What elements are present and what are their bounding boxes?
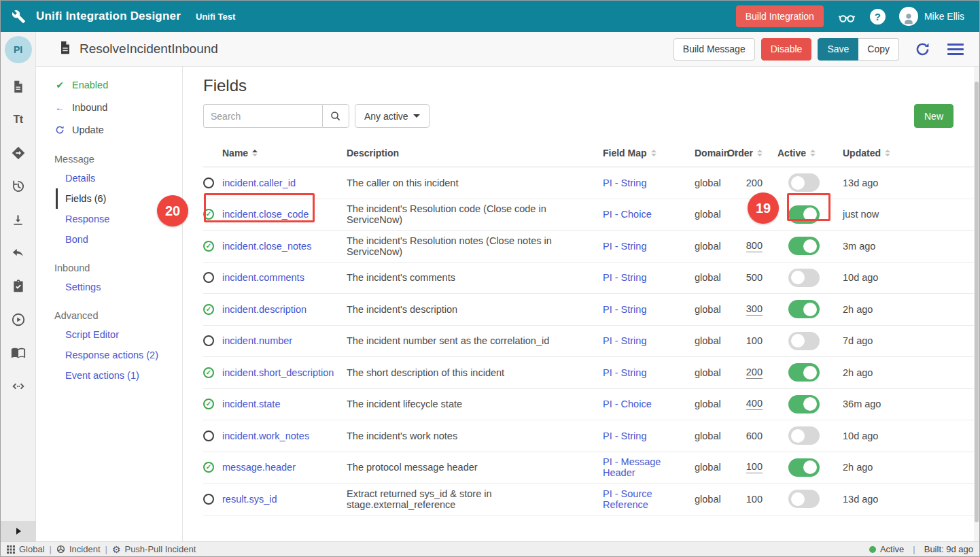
task-check-icon[interactable]: [10, 278, 27, 294]
field-name-link[interactable]: message.header: [222, 462, 296, 473]
field-description: The incident's comments: [347, 272, 603, 283]
field-order[interactable]: 800: [746, 240, 763, 252]
field-map-link[interactable]: PI - String: [603, 431, 646, 441]
field-order[interactable]: 400: [746, 398, 763, 410]
build-message-button[interactable]: Build Message: [673, 38, 755, 61]
field-order[interactable]: 200: [746, 367, 763, 379]
active-toggle[interactable]: [788, 237, 820, 255]
column-header-updated[interactable]: Updated: [834, 148, 974, 158]
field-order[interactable]: 100: [746, 494, 763, 505]
expand-rail-button[interactable]: [1, 521, 36, 541]
field-map-link[interactable]: PI - Message Header: [603, 456, 661, 478]
field-domain: global: [695, 335, 735, 346]
active-toggle[interactable]: [788, 363, 820, 382]
knowledge-book-icon[interactable]: [10, 345, 27, 361]
field-order[interactable]: 100: [746, 461, 763, 473]
field-map-link[interactable]: PI - Choice: [603, 399, 652, 409]
field-map-link[interactable]: PI - Choice: [603, 209, 652, 220]
field-name-link[interactable]: incident.state: [222, 399, 280, 409]
column-header-order[interactable]: Order: [735, 148, 763, 158]
save-button[interactable]: Save: [818, 38, 858, 61]
sort-icon: [885, 150, 890, 156]
active-toggle[interactable]: [788, 173, 820, 192]
copy-button[interactable]: Copy: [858, 38, 899, 61]
search-button[interactable]: [322, 104, 349, 128]
document-icon[interactable]: [10, 78, 27, 95]
menu-icon[interactable]: [947, 44, 964, 55]
field-name-link[interactable]: incident.description: [222, 304, 307, 315]
field-name-link[interactable]: incident.caller_id: [222, 178, 296, 188]
sidebar-item-script-editor[interactable]: Script Editor: [56, 324, 182, 345]
field-map-link[interactable]: PI - String: [603, 178, 646, 188]
field-name-link[interactable]: incident.close_notes: [222, 241, 311, 252]
field-order[interactable]: 300: [746, 303, 763, 316]
check-icon: ✔: [54, 80, 65, 90]
text-icon[interactable]: Tt: [10, 112, 27, 128]
field-name-link[interactable]: incident.number: [222, 335, 292, 346]
column-header-description[interactable]: Description: [347, 148, 603, 158]
statusbar-item-incident[interactable]: Incident: [56, 544, 101, 554]
field-updated: 36m ago: [834, 399, 974, 409]
chevron-down-icon: [413, 114, 420, 118]
field-order[interactable]: 100: [746, 335, 763, 346]
refresh-icon[interactable]: [914, 41, 931, 58]
annotation-badge-19: 19: [748, 192, 779, 224]
column-header-field-map[interactable]: Field Map: [603, 148, 695, 158]
sidebar-item-inbound-direction[interactable]: ← Inbound: [54, 96, 182, 118]
code-icon[interactable]: [10, 378, 27, 394]
help-icon[interactable]: ?: [870, 9, 886, 24]
active-toggle[interactable]: [788, 205, 820, 224]
field-map-link[interactable]: PI - String: [603, 367, 646, 378]
field-domain: global: [695, 431, 735, 441]
field-order[interactable]: 200: [746, 178, 763, 188]
statusbar-item-push-pull-incident[interactable]: ⚙ Push-Pull Incident: [112, 544, 196, 554]
sidebar-item-update[interactable]: Update: [54, 118, 182, 141]
search-input[interactable]: [203, 104, 322, 128]
disable-button[interactable]: Disable: [761, 38, 812, 61]
field-name-link[interactable]: incident.short_description: [222, 367, 334, 378]
play-circle-icon[interactable]: [10, 311, 27, 328]
directions-icon[interactable]: [10, 145, 27, 161]
reply-icon[interactable]: [10, 245, 27, 261]
sidebar-item-response-actions[interactable]: Response actions (2): [56, 345, 182, 365]
arrow-left-icon: ←: [54, 102, 65, 113]
field-name-link[interactable]: incident.work_notes: [222, 431, 309, 441]
active-toggle[interactable]: [788, 395, 820, 413]
field-map-link[interactable]: PI - String: [603, 304, 646, 315]
active-toggle[interactable]: [788, 269, 820, 287]
active-filter-dropdown[interactable]: Any active: [355, 104, 430, 128]
column-header-name[interactable]: Name: [222, 148, 347, 158]
sidebar-item-bond[interactable]: Bond: [56, 229, 182, 250]
sidebar-item-settings[interactable]: Settings: [56, 277, 182, 297]
field-updated: 7d ago: [834, 335, 974, 346]
field-name-link[interactable]: result.sys_id: [222, 494, 277, 505]
user-menu[interactable]: Mike Ellis: [899, 7, 964, 26]
field-map-link[interactable]: PI - String: [603, 272, 646, 283]
statusbar-item-global[interactable]: Global: [7, 544, 45, 554]
active-toggle[interactable]: [788, 300, 820, 318]
active-toggle[interactable]: [788, 490, 820, 508]
column-header-active[interactable]: Active: [763, 148, 834, 158]
field-map-link[interactable]: PI - String: [603, 335, 646, 346]
field-map-link[interactable]: PI - Source Reference: [603, 488, 652, 510]
field-order[interactable]: 600: [746, 431, 763, 441]
field-map-link[interactable]: PI - String: [603, 241, 646, 252]
fields-table-body: ✓ incident.caller_id The caller on this …: [203, 167, 974, 516]
active-toggle[interactable]: [788, 458, 820, 477]
field-name-link[interactable]: incident.close_code: [222, 209, 309, 220]
history-icon[interactable]: [10, 178, 27, 195]
vertical-scrollbar[interactable]: [974, 67, 979, 541]
scrollbar-thumb[interactable]: [975, 82, 979, 522]
sidebar-item-enabled[interactable]: ✔ Enabled: [54, 73, 182, 96]
field-order[interactable]: 500: [746, 272, 763, 283]
active-status-label: Active: [880, 544, 904, 554]
download-icon[interactable]: [10, 212, 27, 228]
sidebar-item-details[interactable]: Details: [56, 168, 182, 188]
active-toggle[interactable]: [788, 426, 820, 445]
build-integration-button[interactable]: Build Integration: [736, 5, 824, 27]
sidebar-item-event-actions[interactable]: Event actions (1): [56, 365, 182, 386]
field-name-link[interactable]: incident.comments: [222, 272, 304, 283]
preview-glasses-icon[interactable]: [837, 7, 856, 26]
active-toggle[interactable]: [788, 332, 820, 350]
new-field-button[interactable]: New: [914, 104, 953, 128]
